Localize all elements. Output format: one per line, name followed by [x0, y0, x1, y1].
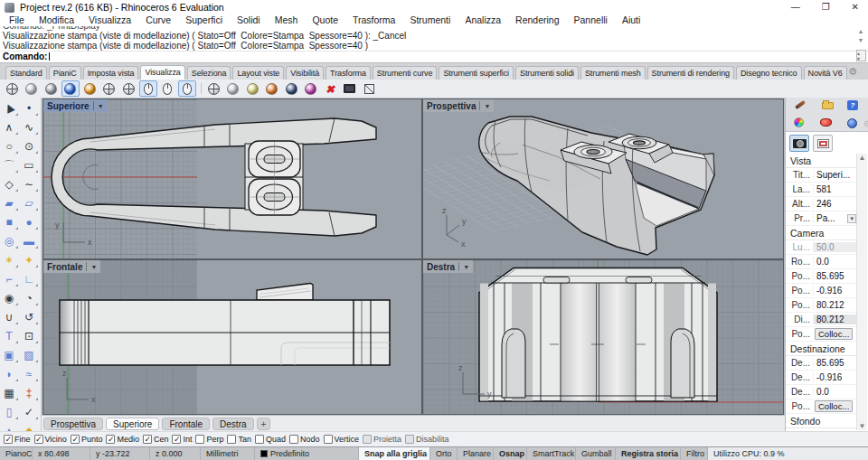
viewport-destra[interactable]: z y Destra▼	[423, 260, 783, 414]
tab-novita-v6[interactable]: Novità V6	[804, 66, 847, 80]
check-tool[interactable]: ✓	[21, 404, 38, 419]
status-y[interactable]: y -23.722	[90, 447, 150, 460]
wireframe-view-icon[interactable]	[3, 80, 21, 97]
polyline-tool[interactable]: ∧	[1, 119, 18, 135]
menu-item[interactable]: Quote	[305, 14, 345, 25]
ghosted-view-icon[interactable]	[100, 80, 118, 97]
rendered-view-icon[interactable]	[80, 80, 99, 97]
menu-item[interactable]: Pannelli	[567, 14, 615, 25]
vptab-superiore[interactable]: Superiore	[106, 418, 159, 430]
environment-icon[interactable]	[282, 80, 300, 97]
viewport-title-destra[interactable]: Destra▼	[423, 260, 473, 273]
menu-item[interactable]: Strumenti	[402, 14, 458, 25]
tab-strumenti-mesh[interactable]: Strumenti mesh	[580, 66, 646, 80]
plane-tool[interactable]: ▬	[21, 233, 38, 249]
osnap-toggle[interactable]: Nodo	[289, 435, 320, 444]
drape-tool[interactable]: ◗	[1, 366, 18, 381]
status-planar[interactable]: Planare	[458, 447, 494, 460]
menu-item[interactable]: Curve	[138, 14, 178, 25]
property-row[interactable]: Po...Colloc...	[786, 327, 857, 342]
viewport-title-frontale[interactable]: Frontale▼	[43, 260, 100, 273]
texture-icon[interactable]	[302, 80, 320, 97]
menu-item[interactable]: Aiuti	[615, 14, 647, 25]
shaded-blue-view-icon[interactable]	[61, 80, 80, 97]
viewport-properties-button[interactable]	[813, 135, 833, 152]
property-row[interactable]: Po...Colloc...	[786, 399, 857, 414]
vptab-new[interactable]: +	[257, 418, 271, 430]
extend-curve-tool[interactable]: ∪	[1, 309, 18, 324]
command-prompt[interactable]: Comando:	[0, 51, 868, 62]
array-tool[interactable]: ▦	[1, 385, 18, 400]
osnap-toggle[interactable]: Vertice	[324, 435, 360, 444]
vptab-frontale[interactable]: Frontale	[162, 418, 210, 430]
point-tool[interactable]: •	[21, 100, 38, 116]
vptab-prospettiva[interactable]: Prospettiva	[43, 418, 103, 430]
panel-scrollbar[interactable]: ▲▼	[856, 154, 867, 430]
viewport-frontale[interactable]: z x Frontale▼	[43, 260, 421, 414]
folder-icon[interactable]	[822, 102, 834, 109]
viewport-superiore[interactable]: y x Superiore▼	[43, 99, 421, 258]
display-properties-icon[interactable]	[794, 117, 804, 127]
tab-strumenti-rendering[interactable]: Strumenti di rendering	[647, 66, 734, 80]
menu-item[interactable]: Rendering	[508, 14, 566, 25]
status-x[interactable]: x 80.498	[33, 447, 90, 460]
surface-corner-tool[interactable]: ▱	[21, 195, 38, 211]
viewport-title-superiore[interactable]: Superiore▼	[43, 99, 108, 112]
osnap-toggle[interactable]: Tan	[227, 435, 251, 444]
menu-item[interactable]: Modifica	[32, 14, 81, 25]
zoom-view-icon[interactable]	[178, 80, 196, 97]
box-tool[interactable]: ■	[1, 214, 18, 230]
property-row[interactable]: Alt...246	[786, 197, 857, 211]
maximize-button[interactable]: ❐	[822, 2, 830, 12]
tab-pianic[interactable]: PianiC	[49, 66, 81, 80]
property-row[interactable]: De...0.0	[786, 385, 857, 399]
freeform-tool[interactable]: ∼	[21, 176, 38, 192]
surface-tool[interactable]: ▰	[1, 195, 18, 211]
select-tool[interactable]: ▶	[1, 100, 18, 116]
render-sun-icon[interactable]	[243, 80, 261, 97]
tab-visibilita[interactable]: Visibilità	[286, 66, 324, 80]
boolean-union-tool[interactable]: ◉	[1, 290, 18, 305]
tab-disegno-tecnico[interactable]: Disegno tecnico	[736, 66, 802, 80]
tab-imposta-vista[interactable]: Imposta vista	[83, 66, 139, 80]
tab-strumenti-solidi[interactable]: Strumenti solidi	[515, 66, 579, 80]
osnap-toggle[interactable]: Vicino	[34, 435, 67, 444]
property-row[interactable]: Pr...Pa...	[786, 211, 857, 226]
vptab-destra[interactable]: Destra	[212, 418, 253, 430]
status-cpu[interactable]: Utilizzo CPU: 0.9 %	[708, 447, 868, 460]
menu-item[interactable]: Trasforma	[345, 14, 402, 25]
status-history[interactable]: Registra storia	[616, 447, 681, 460]
render-icon[interactable]	[204, 80, 222, 97]
text-tool[interactable]: T	[1, 328, 18, 343]
close-button[interactable]: ✕	[852, 2, 859, 12]
render-preview-icon[interactable]	[224, 80, 242, 97]
property-row[interactable]: Ro...0.0	[786, 255, 857, 269]
torus-tool[interactable]: ◎	[1, 233, 18, 249]
property-row[interactable]: Tit...Superi...	[786, 168, 857, 183]
material-icon[interactable]	[820, 118, 832, 127]
arc-tool[interactable]: ⌒	[1, 157, 18, 173]
block-tool[interactable]: ▣	[1, 347, 18, 362]
circle-tool[interactable]: ○	[1, 138, 18, 154]
annotate-brush-icon[interactable]	[795, 103, 806, 107]
tab-standard[interactable]: Standard	[5, 66, 47, 80]
osnap-toggle[interactable]: Int	[172, 435, 192, 444]
menu-item[interactable]: Visualizza	[81, 14, 138, 25]
osnap-toggle[interactable]: Medio	[106, 435, 139, 444]
status-smarttrack[interactable]: SmartTrack	[527, 447, 576, 460]
chamfer-tool[interactable]: ∟	[21, 271, 38, 286]
osnap-toggle[interactable]: Punto	[71, 435, 103, 444]
viewport-title-prospettiva[interactable]: Prospettiva▼	[423, 99, 494, 112]
rectangle-tool[interactable]: ▭	[21, 157, 38, 173]
trim-flash-tool[interactable]: ✦	[21, 252, 38, 268]
property-row[interactable]: Po...85.695	[786, 269, 857, 284]
menu-item[interactable]: Mesh	[268, 14, 306, 25]
pan-view-icon[interactable]	[139, 80, 157, 97]
status-gumball[interactable]: Gumball	[576, 447, 616, 460]
property-row[interactable]: Lu...50.0	[786, 240, 857, 255]
tab-seleziona[interactable]: Seleziona	[187, 66, 231, 80]
property-row[interactable]: La...581	[786, 183, 857, 197]
osnap-toggle[interactable]: Proietta	[363, 435, 401, 444]
osnap-toggle[interactable]: Perp	[195, 435, 223, 444]
osnap-toggle[interactable]: Disabilita	[405, 435, 449, 444]
